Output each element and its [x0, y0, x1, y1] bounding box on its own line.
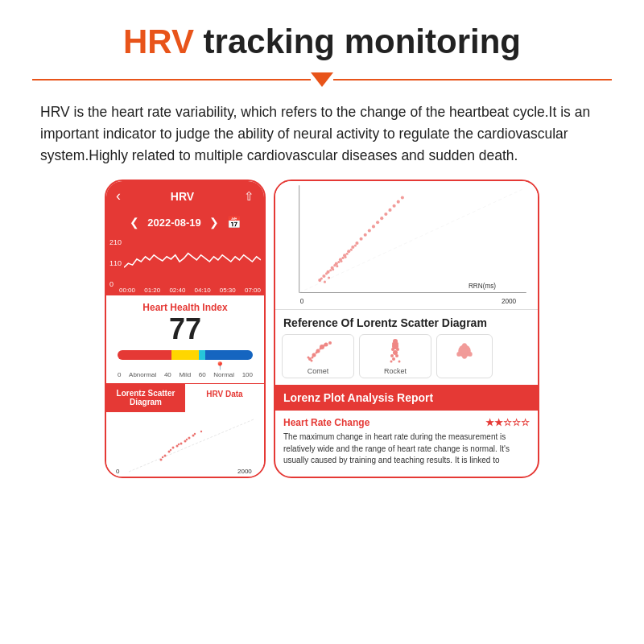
svg-point-90	[462, 344, 467, 349]
svg-point-41	[397, 200, 400, 204]
svg-point-47	[337, 261, 340, 263]
report-body: Heart Rate Change ★★☆☆☆ The maximum chan…	[275, 411, 538, 473]
svg-point-79	[395, 354, 398, 357]
calendar-icon[interactable]: 📅	[227, 216, 241, 229]
svg-point-2	[164, 454, 167, 456]
svg-point-9	[192, 434, 195, 436]
divider-line-left	[32, 79, 311, 80]
svg-point-40	[393, 204, 396, 208]
svg-point-46	[333, 264, 336, 266]
svg-point-78	[390, 354, 394, 357]
phone1-body: Heart Health Index 77 📍 0 Abnormal 40 Mi…	[106, 295, 264, 378]
svg-point-13	[186, 439, 188, 440]
pb-red	[118, 350, 171, 360]
svg-point-15	[200, 431, 202, 432]
svg-text:0: 0	[300, 298, 304, 305]
svg-point-89	[468, 352, 473, 357]
report-text: The maximum change in heart rate during …	[283, 431, 530, 467]
svg-point-49	[346, 253, 349, 255]
svg-point-87	[461, 349, 468, 355]
svg-point-54	[332, 269, 334, 271]
phone1-header: ‹ HRV ⇧	[106, 181, 264, 211]
phone2: ↑(ms) 0 2000 RRN(ms) Reference Of Lorent…	[274, 180, 539, 478]
pin-row: 📍	[118, 361, 253, 369]
svg-point-31	[355, 242, 358, 245]
svg-point-37	[380, 217, 383, 220]
phone1-scatter-area: 0 2000 ...	[106, 412, 264, 477]
svg-point-81	[396, 348, 399, 351]
svg-point-67	[328, 341, 332, 345]
heart-health-value: 77	[114, 313, 256, 345]
svg-point-44	[325, 273, 328, 275]
svg-text:2000: 2000	[237, 468, 252, 475]
svg-point-45	[329, 270, 332, 272]
scatter-thumbs: Comet Rocket	[275, 334, 538, 385]
report-section-title: Heart Rate Change ★★☆☆☆	[283, 417, 530, 428]
svg-point-35	[372, 225, 375, 229]
svg-point-1	[160, 458, 163, 460]
svg-point-73	[312, 357, 314, 359]
svg-line-21	[299, 190, 522, 293]
svg-point-7	[184, 440, 187, 442]
svg-text:2000: 2000	[502, 298, 517, 305]
svg-point-91	[462, 354, 467, 359]
report-stars: ★★☆☆☆	[485, 417, 530, 428]
svg-point-52	[324, 281, 326, 283]
svg-point-3	[168, 450, 171, 452]
scatter-thumb-comet: Comet	[282, 334, 354, 378]
svg-point-74	[392, 357, 395, 361]
phone1-tabs: Lorentz Scatter Diagram HRV Data	[106, 383, 264, 412]
prev-date-icon[interactable]: ❮	[130, 216, 139, 229]
phone1-title: HRV	[171, 190, 194, 203]
svg-point-53	[328, 277, 330, 279]
svg-point-43	[320, 278, 323, 280]
svg-point-8	[188, 436, 191, 439]
chart-time-labels: 00:00 01:20 02:40 04:10 05:30 07:00	[119, 287, 261, 294]
tab-lorentz[interactable]: Lorentz Scatter Diagram	[106, 383, 185, 412]
hrv-accent: HRV	[123, 23, 194, 60]
svg-point-51	[354, 245, 357, 247]
svg-point-33	[364, 233, 367, 237]
share-icon[interactable]: ⇧	[244, 189, 254, 204]
divider-line-right	[333, 79, 612, 80]
report-header: Lorenz Plot Analysis Report	[275, 385, 538, 411]
svg-point-12	[178, 444, 180, 445]
svg-point-82	[392, 342, 395, 345]
svg-point-4	[172, 446, 175, 448]
svg-point-36	[376, 221, 379, 225]
page-title: HRV tracking monitoring	[32, 23, 612, 61]
title-rest: tracking monitoring	[194, 23, 521, 60]
svg-text:0: 0	[116, 468, 120, 475]
svg-point-84	[390, 361, 393, 363]
svg-point-23	[322, 275, 325, 278]
svg-point-70	[320, 348, 322, 350]
svg-point-11	[170, 449, 171, 451]
svg-point-56	[340, 260, 342, 262]
section-divider	[32, 72, 612, 87]
svg-line-0	[129, 419, 254, 472]
back-icon[interactable]: ‹	[116, 188, 121, 204]
scatter-thumb-other	[436, 334, 493, 378]
phone1-chart: 210 110 0 00:00 01:20 02:40 04:10 05:30 …	[106, 235, 264, 295]
chart-y-labels: 210 110 0	[109, 238, 122, 288]
report-section-label: Heart Rate Change	[283, 417, 369, 428]
svg-point-83	[395, 342, 398, 345]
comet-label: Comet	[283, 367, 353, 375]
svg-point-71	[324, 345, 326, 347]
tab-hrv-data[interactable]: HRV Data	[185, 383, 264, 412]
heart-health-label: Heart Health Index	[114, 302, 256, 313]
svg-text:RRN(ms): RRN(ms)	[469, 283, 496, 291]
chart-line-area	[124, 238, 261, 284]
pb-blue	[205, 350, 253, 360]
svg-point-38	[384, 213, 387, 216]
svg-point-68	[311, 360, 313, 362]
svg-point-10	[162, 456, 163, 458]
svg-point-29	[347, 250, 350, 254]
svg-point-57	[345, 256, 347, 258]
date-label: 2022-08-19	[147, 217, 201, 229]
progress-bar	[118, 350, 253, 360]
page-header: HRV tracking monitoring	[0, 0, 644, 69]
phones-section: ‹ HRV ⇧ ❮ 2022-08-19 ❯ 📅 210 110 0 00	[0, 180, 644, 478]
next-date-icon[interactable]: ❯	[209, 216, 219, 229]
reference-title: Reference Of Lorentz Scatter Diagram	[275, 310, 538, 334]
